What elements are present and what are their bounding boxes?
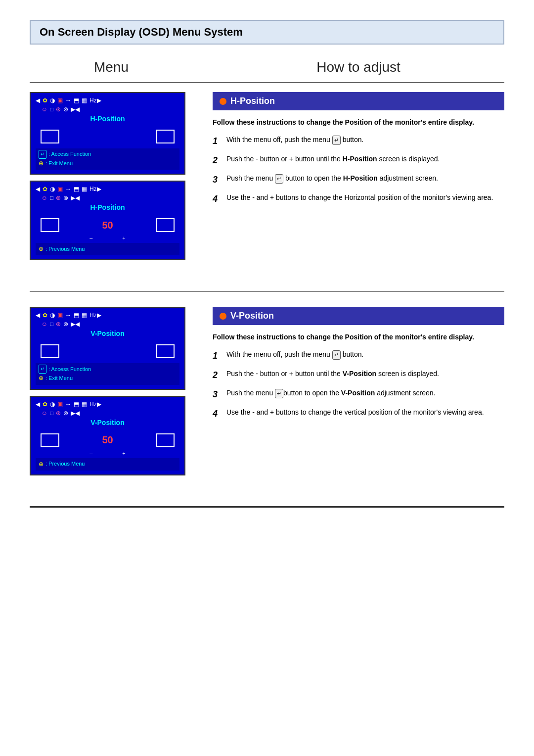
h-step-1: 1 With the menu off, push the menu ↵ but… xyxy=(213,135,504,148)
osd-title-v2: V-Position xyxy=(36,419,179,426)
osd-arrows-v2: – + xyxy=(36,450,179,456)
v-monitor-icon: ▦ xyxy=(82,312,87,319)
h-step-3: 3 Push the menu ↵ button to open the H-P… xyxy=(213,173,504,187)
v-step-text-3: Push the menu ↵button to open the V-Posi… xyxy=(226,388,435,398)
col-label-menu: Menu xyxy=(30,59,193,82)
page-title: On Screen Display (OSD) Menu System xyxy=(40,26,494,39)
square-s2-icon: □ xyxy=(50,194,53,201)
h-step-text-1: With the menu off, push the menu ↵ butto… xyxy=(226,135,363,145)
h-position-dot xyxy=(220,98,226,105)
osd-icons-left-2: ☺ □ ⊛ ⊗ ▶◀ xyxy=(36,106,82,113)
v-exit-arrow-icon: ⊕ xyxy=(39,374,44,383)
osd-content-h2: 50 xyxy=(36,215,179,235)
osd-footer-v1: ↵ : Access Function ⊕ : Exit Menu xyxy=(36,363,179,384)
h-position-section: ◀ ✿ ◑ ▣ ↔ ⬒ ▦ Hz▶ ☺ □ ⊛ xyxy=(30,92,504,266)
video-s2-icon: ▶◀ xyxy=(71,194,80,201)
top-divider xyxy=(30,82,504,83)
h-step-text-2: Push the - button or + button until the … xyxy=(226,154,440,164)
v-hpos-s2-icon: ↔ xyxy=(65,401,71,408)
v-spacer-icon xyxy=(36,321,39,328)
v-gear-s2-icon: ⊗ xyxy=(63,410,68,417)
osd-footer-access: ↵ : Access Function xyxy=(39,150,177,159)
h-step-num-2: 2 xyxy=(213,154,222,167)
footer-access-label: : Access Function xyxy=(48,150,91,159)
col-label-adjust: How to adjust xyxy=(213,59,504,82)
v-pos-box-left xyxy=(41,344,59,358)
h-position-value: 50 xyxy=(102,220,113,231)
h-position-menu-col: ◀ ✿ ◑ ▣ ↔ ⬒ ▦ Hz▶ ☺ □ ⊛ xyxy=(30,92,193,266)
v-brightness-s2-icon: ✿ xyxy=(43,401,47,408)
trap-s2-icon: ⬒ xyxy=(74,186,79,192)
footer-prev-h-label: : Previous Menu xyxy=(45,245,85,254)
v-arrow-left-icon: ◀ xyxy=(36,312,40,319)
v-position-menu-col: ◀ ✿ ◑ ▣ ↔ ⬒ ▦ Hz▶ ☺ □ ⊛ xyxy=(30,307,193,481)
h-position-screen-1: ◀ ✿ ◑ ▣ ↔ ⬒ ▦ Hz▶ ☺ □ ⊛ xyxy=(30,92,185,175)
smiley-s2-icon: ☺ xyxy=(42,194,47,201)
v-position-value: 50 xyxy=(102,434,113,446)
plus-label: + xyxy=(122,235,125,241)
osd-top-bar-1: ◀ ✿ ◑ ▣ ↔ ⬒ ▦ Hz▶ xyxy=(36,97,179,104)
v-brightness-icon: ✿ xyxy=(43,312,47,319)
v-smiley-s2-icon: ☺ xyxy=(42,410,47,417)
v-settings-icon: ⊛ xyxy=(56,321,61,328)
osd-v-top-bar-s2-1: ◀ ✿ ◑ ▣ ↔ ⬒ ▦ Hz▶ xyxy=(36,401,179,408)
arrow-left-icon: ◀ xyxy=(36,97,40,104)
v-position-screen-1: ◀ ✿ ◑ ▣ ↔ ⬒ ▦ Hz▶ ☺ □ ⊛ xyxy=(30,307,185,389)
osd-v-icons-s2-left: ◀ ✿ ◑ ▣ ↔ ⬒ ▦ Hz▶ xyxy=(36,401,101,408)
arrow-left-s2-icon: ◀ xyxy=(36,186,40,192)
v-plus-label: + xyxy=(122,450,125,456)
osd-title-v1: V-Position xyxy=(36,330,179,337)
monitor-s2-icon: ▦ xyxy=(82,186,87,192)
v-step-num-1: 1 xyxy=(213,349,222,363)
osd-footer-h1: ↵ : Access Function ⊕ : Exit Menu xyxy=(36,148,179,170)
h-position-title: H-Position xyxy=(230,96,275,106)
brightness-icon: ✿ xyxy=(43,97,47,104)
osd-content-h1 xyxy=(36,127,179,146)
v-hsize-s2-icon: ▣ xyxy=(57,401,63,408)
v-step-text-1: With the menu off, push the menu ↵ butto… xyxy=(226,349,363,360)
v-pos-box-right-2 xyxy=(156,433,175,447)
kbd-enter-1: ↵ xyxy=(332,136,341,145)
hz-s2-icon: Hz▶ xyxy=(89,186,101,192)
osd-footer-v-access: ↵ : Access Function xyxy=(39,365,177,374)
osd-v-top-bar-s2-2: ☺ □ ⊛ ⊗ ▶◀ xyxy=(36,410,179,417)
smiley-icon: ☺ xyxy=(42,106,47,113)
h-step-num-1: 1 xyxy=(213,135,222,148)
square-icon: □ xyxy=(50,106,53,113)
v-settings-s2-icon: ⊛ xyxy=(56,410,61,417)
h-position-steps: 1 With the menu off, push the menu ↵ but… xyxy=(213,135,504,206)
col-labels-row: Menu How to adjust xyxy=(30,59,504,82)
osd-footer-prev-v: ⊕ : Previous Menu xyxy=(39,460,177,469)
v-position-section: ◀ ✿ ◑ ▣ ↔ ⬒ ▦ Hz▶ ☺ □ ⊛ xyxy=(30,307,504,481)
osd-icons-s2-left: ◀ ✿ ◑ ▣ ↔ ⬒ ▦ Hz▶ xyxy=(36,186,101,192)
trap-icon: ⬒ xyxy=(74,97,79,104)
adjust-col-heading: How to adjust xyxy=(213,59,504,75)
v-step-text-4: Use the - and + buttons to change the ve… xyxy=(226,407,484,418)
osd-icons-s2-right: ☺ □ ⊛ ⊗ ▶◀ xyxy=(36,194,80,201)
v-position-subtitle: Follow these instructions to change the … xyxy=(213,332,504,342)
osd-top-bar-2: ☺ □ ⊛ ⊗ ▶◀ xyxy=(36,106,179,113)
hpos-s2-icon: ↔ xyxy=(65,186,71,192)
v-footer-exit-label: : Exit Menu xyxy=(45,374,73,383)
page-header: On Screen Display (OSD) Menu System xyxy=(30,20,504,45)
v-monitor-s2-icon: ▦ xyxy=(82,401,87,408)
v-contrast-s2-icon: ◑ xyxy=(50,401,55,408)
enter-key-icon: ↵ xyxy=(39,150,46,159)
osd-footer-prev-h: ⊕ : Previous Menu xyxy=(39,244,177,254)
footer-exit-label: : Exit Menu xyxy=(45,159,73,168)
osd-v-top-bar-1: ◀ ✿ ◑ ▣ ↔ ⬒ ▦ Hz▶ xyxy=(36,312,179,319)
h-step-text-3: Push the menu ↵ button to open the H-Pos… xyxy=(226,173,438,184)
gear-icon: ⊗ xyxy=(63,106,68,113)
osd-title-h1: H-Position xyxy=(36,115,179,123)
v-smiley-icon: ☺ xyxy=(42,321,47,328)
v-kbd-enter-3: ↵ xyxy=(275,389,283,398)
bottom-rule xyxy=(30,506,504,508)
v-position-dot xyxy=(220,313,226,320)
spacer-s2-icon xyxy=(36,194,39,201)
v-pos-box-left-2 xyxy=(41,433,59,447)
v-pos-box-right xyxy=(156,344,175,358)
kbd-enter-3: ↵ xyxy=(275,174,283,184)
pos-box-left-2 xyxy=(41,218,59,232)
osd-footer-v2: ⊕ : Previous Menu xyxy=(36,458,179,471)
v-minus-label: – xyxy=(89,450,92,456)
